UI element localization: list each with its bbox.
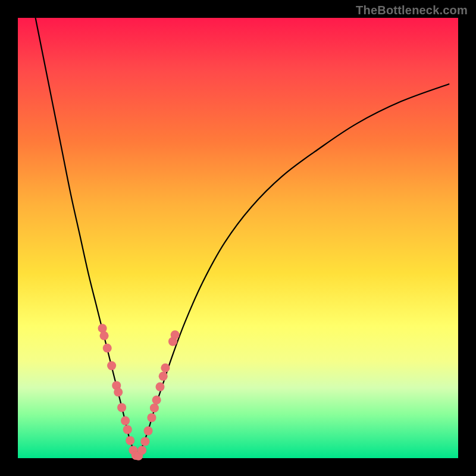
data-point: [152, 396, 161, 405]
scatter-group: [98, 324, 180, 461]
data-point: [159, 372, 168, 381]
chart-frame: TheBottleneck.com: [0, 0, 476, 476]
data-point: [150, 403, 159, 412]
data-point: [144, 427, 153, 436]
data-point: [123, 425, 132, 434]
data-point: [137, 446, 146, 455]
watermark-text: TheBottleneck.com: [356, 4, 468, 17]
data-point: [126, 436, 134, 445]
data-point: [147, 413, 156, 422]
chart-svg: [18, 18, 458, 458]
data-point: [114, 388, 123, 397]
plot-area: [18, 18, 458, 458]
data-point: [103, 344, 112, 353]
data-point: [100, 331, 109, 340]
data-point: [171, 330, 180, 339]
curve-right: [137, 84, 449, 458]
data-point: [107, 361, 116, 370]
data-point: [161, 364, 170, 372]
data-point: [117, 403, 126, 412]
data-point: [140, 437, 149, 446]
data-point: [121, 416, 130, 425]
data-point: [156, 383, 165, 392]
